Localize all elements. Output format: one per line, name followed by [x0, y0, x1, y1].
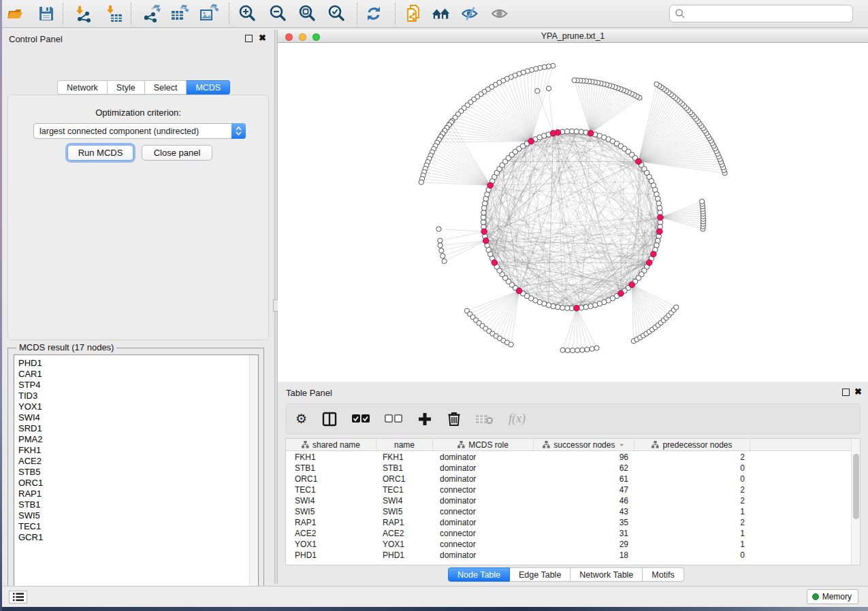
- table-scrollbar[interactable]: [851, 439, 860, 565]
- ring-node[interactable]: [483, 201, 488, 206]
- leaf-node[interactable]: [572, 78, 577, 82]
- table-row[interactable]: SWI4SWI4dominator462: [286, 495, 852, 506]
- ring-node[interactable]: [556, 305, 561, 310]
- network-window-titlebar[interactable]: YPA_prune.txt_1: [278, 30, 868, 43]
- zoom-selected-icon[interactable]: [327, 4, 346, 23]
- mcds-node-item[interactable]: CAR1: [18, 369, 258, 380]
- export-table-icon[interactable]: [170, 4, 189, 23]
- ring-node[interactable]: [574, 129, 579, 134]
- sort-chevron-icon[interactable]: ⌄: [618, 439, 624, 448]
- table-row[interactable]: SWI5SWI5connector431: [286, 506, 852, 517]
- close-panel-button[interactable]: Close panel: [142, 145, 212, 161]
- save-session-icon[interactable]: [37, 4, 56, 23]
- float-panel-icon[interactable]: [842, 389, 850, 396]
- zoom-fit-icon[interactable]: [298, 4, 317, 23]
- mcds-hub-node[interactable]: [646, 260, 652, 266]
- memory-button[interactable]: Memory: [807, 589, 858, 604]
- leaf-node[interactable]: [594, 346, 599, 350]
- network-home-icon[interactable]: [432, 4, 451, 23]
- mcds-node-item[interactable]: ORC1: [18, 478, 258, 489]
- leaf-node[interactable]: [580, 348, 585, 352]
- float-panel-icon[interactable]: [245, 35, 253, 42]
- delete-column-icon[interactable]: [447, 410, 461, 429]
- ring-node[interactable]: [588, 303, 594, 309]
- mcds-hub-node[interactable]: [550, 131, 556, 137]
- mcds-hub-node[interactable]: [651, 251, 657, 257]
- ring-node[interactable]: [583, 305, 589, 310]
- refresh-layout-icon[interactable]: [364, 4, 383, 23]
- mcds-hub-node[interactable]: [574, 306, 580, 312]
- mcds-node-item[interactable]: TID3: [18, 391, 258, 401]
- column-header-shared-name[interactable]: shared name: [286, 439, 376, 450]
- mcds-node-item[interactable]: FKH1: [18, 445, 258, 456]
- mcds-hub-node[interactable]: [588, 131, 594, 137]
- hide-details-icon[interactable]: [460, 4, 479, 23]
- column-header-MCDS-role[interactable]: MCDS role: [433, 439, 534, 450]
- leaf-node[interactable]: [419, 180, 423, 184]
- mcds-hub-node[interactable]: [629, 282, 635, 288]
- run-mcds-button[interactable]: Run MCDS: [67, 145, 133, 161]
- zoom-out-icon[interactable]: [268, 4, 287, 23]
- mcds-node-item[interactable]: GCR1: [18, 532, 258, 543]
- leaf-node[interactable]: [509, 342, 513, 347]
- close-panel-icon[interactable]: ✖: [854, 386, 862, 397]
- tab-network[interactable]: Network: [57, 80, 108, 95]
- table-row[interactable]: ACE2ACE2connector311: [286, 528, 852, 539]
- mcds-node-item[interactable]: PMA2: [18, 434, 258, 445]
- table-settings-gear-icon[interactable]: ⚙: [295, 410, 307, 429]
- leaf-node[interactable]: [439, 248, 444, 253]
- function-builder-icon[interactable]: f(x): [509, 410, 526, 429]
- table-row[interactable]: RAP1RAP1dominator352: [286, 517, 852, 528]
- leaf-node[interactable]: [436, 227, 441, 231]
- mcds-hub-node[interactable]: [492, 260, 498, 266]
- zoom-in-icon[interactable]: [238, 4, 257, 23]
- ring-node[interactable]: [564, 129, 570, 134]
- mcds-hub-node[interactable]: [657, 229, 663, 235]
- open-file-icon[interactable]: [5, 4, 25, 23]
- close-panel-icon[interactable]: ✖: [259, 33, 266, 43]
- leaf-node[interactable]: [438, 243, 443, 248]
- mcds-node-item[interactable]: STB1: [18, 499, 258, 510]
- mcds-node-item[interactable]: ACE2: [18, 456, 258, 467]
- ring-node[interactable]: [481, 215, 486, 220]
- table-row[interactable]: ORC1ORC1dominator610: [286, 474, 852, 484]
- mcds-node-item[interactable]: PHD1: [18, 358, 258, 369]
- delete-table-icon[interactable]: [476, 410, 494, 429]
- tab-select[interactable]: Select: [145, 80, 187, 95]
- mcds-node-item[interactable]: TEC1: [18, 521, 258, 532]
- mcds-hub-node[interactable]: [516, 288, 522, 294]
- table-row[interactable]: STB1STB1dominator620: [286, 463, 852, 474]
- mcds-hub-node[interactable]: [636, 159, 642, 165]
- mcds-hub-node[interactable]: [618, 291, 624, 297]
- column-header-predecessor-nodes[interactable]: predecessor nodes: [634, 439, 750, 450]
- ring-node[interactable]: [560, 306, 565, 311]
- leaf-node[interactable]: [570, 348, 575, 352]
- mcds-node-item[interactable]: YOX1: [18, 401, 258, 412]
- ring-node[interactable]: [481, 210, 487, 216]
- ring-node[interactable]: [657, 205, 662, 211]
- mcds-node-item[interactable]: STP4: [18, 380, 258, 391]
- tab-network-table[interactable]: Network Table: [570, 567, 643, 582]
- leaf-node[interactable]: [590, 346, 594, 351]
- ring-node[interactable]: [481, 205, 487, 211]
- ring-node[interactable]: [564, 306, 570, 311]
- import-network-icon[interactable]: [74, 4, 93, 23]
- leaf-node[interactable]: [440, 254, 445, 259]
- mcds-node-item[interactable]: SWI5: [18, 510, 258, 521]
- table-row[interactable]: PHD1PHD1dominator180: [286, 550, 852, 561]
- ring-node[interactable]: [481, 220, 486, 225]
- mcds-hub-node[interactable]: [528, 138, 534, 144]
- column-visibility-icon[interactable]: [322, 410, 337, 429]
- leaf-node[interactable]: [442, 259, 447, 263]
- tab-node-table[interactable]: Node Table: [448, 567, 510, 582]
- deselect-all-rows-icon[interactable]: [385, 410, 402, 429]
- mcds-hub-node[interactable]: [658, 214, 664, 220]
- leaf-node[interactable]: [546, 86, 551, 90]
- leaf-node[interactable]: [654, 82, 659, 86]
- network-canvas[interactable]: [278, 43, 868, 382]
- table-row[interactable]: TEC1TEC1connector472: [286, 484, 852, 495]
- leaf-node[interactable]: [535, 88, 540, 93]
- ring-node[interactable]: [656, 196, 661, 201]
- show-details-icon[interactable]: [490, 4, 509, 23]
- column-header-name[interactable]: name: [376, 439, 433, 450]
